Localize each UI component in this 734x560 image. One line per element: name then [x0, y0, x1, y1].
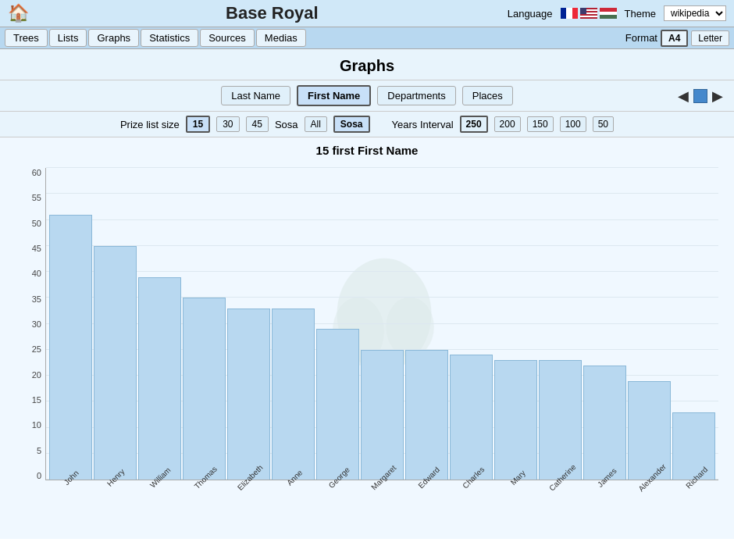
- bar-john: [49, 215, 92, 480]
- years-200[interactable]: 200: [494, 116, 521, 132]
- nav-medias[interactable]: Medias: [256, 29, 306, 47]
- y-label-15: 15: [32, 395, 41, 405]
- years-150[interactable]: 150: [527, 116, 554, 132]
- flag-us[interactable]: [580, 8, 597, 19]
- y-label-20: 20: [32, 370, 41, 380]
- y-label-60: 60: [32, 168, 41, 177]
- chart-title: 15 first First Name: [0, 137, 734, 160]
- sosa-all[interactable]: All: [305, 116, 327, 132]
- years-label: Years Interval: [392, 119, 454, 130]
- language-label: Language: [508, 8, 553, 20]
- tab-last-name[interactable]: Last Name: [221, 86, 290, 105]
- chart-nav-arrows: ◀ ▶: [675, 86, 726, 106]
- bars-group: [46, 168, 718, 480]
- navbar: Trees Lists Graphs Statistics Sources Me…: [0, 27, 734, 49]
- bar-james: [583, 366, 626, 480]
- prize-years-row: Prize list size 15 30 45 Sosa All Sosa Y…: [0, 112, 734, 137]
- sosa-label: Sosa: [275, 119, 298, 130]
- theme-label: Theme: [625, 8, 656, 20]
- y-label-55: 55: [32, 193, 41, 202]
- tab-first-name[interactable]: First Name: [297, 85, 371, 106]
- y-label-10: 10: [32, 420, 41, 430]
- bar-catherine: [539, 360, 582, 480]
- years-50[interactable]: 50: [593, 116, 614, 132]
- bar-thomas: [183, 298, 226, 480]
- y-label-5: 5: [37, 446, 41, 455]
- bar-william: [138, 277, 181, 480]
- nav-statistics[interactable]: Statistics: [141, 29, 198, 47]
- bar-edward: [405, 350, 448, 480]
- nav-trees[interactable]: Trees: [5, 29, 48, 47]
- prize-45[interactable]: 45: [246, 116, 269, 132]
- header-right: Language Theme wikipedia default dark li…: [508, 5, 726, 21]
- chart-next-arrow[interactable]: ▶: [709, 86, 726, 106]
- chart-container: 60 55 50 45 40 35 30 25 20 15 10 5 0 Joh…: [0, 160, 734, 539]
- nav-lists[interactable]: Lists: [49, 29, 87, 47]
- chart-inner: 60 55 50 45 40 35 30 25 20 15 10 5 0: [16, 168, 718, 480]
- tab-departments[interactable]: Departments: [377, 86, 455, 105]
- tab-controls: Last Name First Name Departments Places …: [0, 80, 734, 112]
- bar-elizabeth: [227, 309, 270, 480]
- home-icon[interactable]: 🏠: [8, 3, 29, 23]
- language-flags: [561, 8, 617, 19]
- format-a4[interactable]: A4: [661, 30, 688, 47]
- bars-area: [45, 168, 718, 480]
- format-group: Format A4 Letter: [625, 30, 729, 47]
- prize-30[interactable]: 30: [216, 116, 239, 132]
- nav-sources[interactable]: Sources: [200, 29, 255, 47]
- y-axis: 60 55 50 45 40 35 30 25 20 15 10 5 0: [16, 168, 45, 480]
- page-title: Graphs: [0, 49, 734, 80]
- bar-henry: [94, 246, 137, 480]
- prize-15[interactable]: 15: [186, 116, 210, 133]
- format-letter[interactable]: Letter: [691, 30, 729, 46]
- chart-square-indicator: [693, 89, 707, 103]
- years-250[interactable]: 250: [460, 116, 488, 133]
- bar-george: [316, 329, 359, 480]
- app-title: Base Royal: [37, 3, 508, 23]
- tab-places[interactable]: Places: [462, 86, 513, 105]
- prize-label: Prize list size: [120, 119, 180, 130]
- nav-graphs[interactable]: Graphs: [88, 29, 139, 47]
- y-label-0: 0: [37, 471, 41, 480]
- header: 🏠 Base Royal Language Theme wikipedia de…: [0, 0, 734, 27]
- y-label-50: 50: [32, 219, 41, 228]
- y-label-30: 30: [32, 319, 41, 329]
- flag-hu[interactable]: [600, 8, 617, 19]
- format-label: Format: [625, 32, 657, 44]
- flag-fr[interactable]: [561, 8, 578, 19]
- years-100[interactable]: 100: [560, 116, 586, 132]
- y-label-25: 25: [32, 344, 41, 354]
- y-label-45: 45: [32, 244, 41, 253]
- chart-prev-arrow[interactable]: ◀: [675, 86, 692, 106]
- bar-mary: [494, 360, 537, 480]
- y-label-40: 40: [32, 269, 41, 278]
- sosa-sosa[interactable]: Sosa: [333, 116, 370, 133]
- bar-charles: [450, 355, 493, 480]
- x-labels: JohnHenryWilliamThomasElizabethAnneGeorg…: [48, 480, 718, 539]
- y-label-35: 35: [32, 294, 41, 304]
- bar-margaret: [361, 350, 404, 480]
- bar-anne: [272, 309, 315, 480]
- theme-select[interactable]: wikipedia default dark light: [664, 5, 726, 21]
